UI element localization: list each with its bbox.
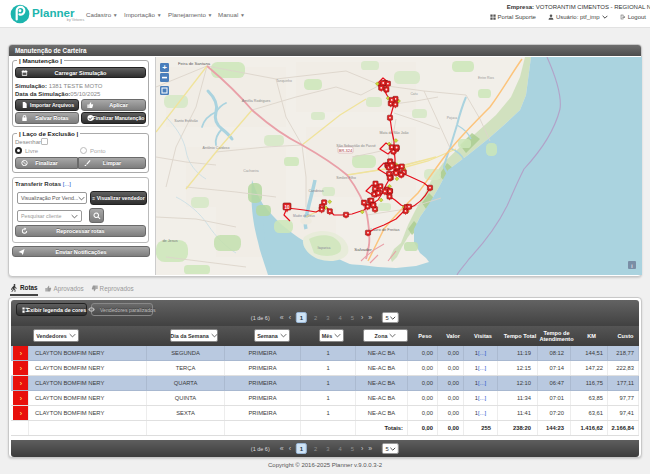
svg-text:i: i	[631, 263, 632, 269]
svg-text:Entre Rios: Entre Rios	[478, 76, 494, 80]
svg-text:Feira de Santana: Feira de Santana	[178, 61, 211, 66]
svg-text:São Sebastião do Passé: São Sebastião do Passé	[336, 144, 375, 148]
svg-text:de Jesus: de Jesus	[162, 239, 177, 243]
svg-text:Planner: Planner	[32, 6, 75, 19]
svg-text:Lauro de Freitas: Lauro de Freitas	[370, 227, 399, 232]
svg-text:Itaparica: Itaparica	[317, 246, 330, 250]
svg-text:Candeias: Candeias	[308, 189, 323, 193]
svg-text:10: 10	[284, 205, 290, 210]
svg-text:Pojuca: Pojuca	[447, 116, 457, 120]
svg-text:Salvador: Salvador	[354, 247, 372, 252]
svg-text:Mata de São João: Mata de São João	[379, 131, 408, 135]
svg-text:Madre de Deus: Madre de Deus	[293, 214, 315, 218]
svg-text:Simões Filho: Simões Filho	[336, 176, 356, 180]
svg-text:by Vetores: by Vetores	[67, 18, 85, 22]
svg-text:Amélia Rodrigues: Amélia Rodrigues	[242, 99, 271, 103]
svg-text:+: +	[162, 63, 167, 72]
svg-text:Antônio Cardoso: Antônio Cardoso	[203, 146, 230, 150]
svg-text:Catu: Catu	[410, 92, 417, 96]
svg-text:Tanquinho: Tanquinho	[276, 79, 292, 83]
svg-text:Cachoeira: Cachoeira	[243, 169, 259, 173]
svg-text:Santo Estêvão: Santo Estêvão	[174, 119, 197, 123]
svg-text:BR-324: BR-324	[339, 148, 353, 153]
